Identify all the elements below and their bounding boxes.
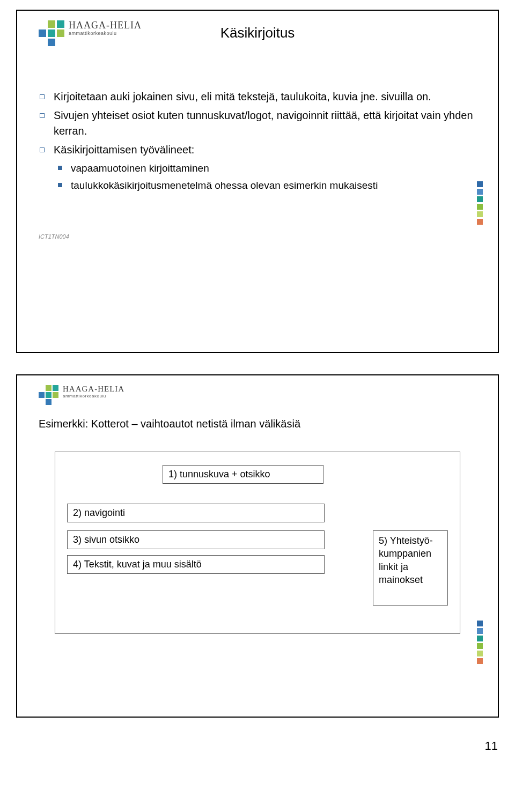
logo: HAAGA-HELIA ammattikorkeakoulu <box>39 385 476 405</box>
slide-title: Käsikirjoitus <box>220 25 295 41</box>
bullet-item: Kirjoitetaan auki jokainen sivu, eli mit… <box>39 89 476 105</box>
wireframe: 1) tunnuskuva + otsikko 2) navigointi 3)… <box>55 452 460 634</box>
logo-name: HAAGA-HELIA <box>69 20 142 30</box>
logo-sub: ammattikorkeakoulu <box>63 394 124 398</box>
page-number: 11 <box>15 739 500 753</box>
slide-1: HAAGA-HELIA ammattikorkeakoulu Käsikirjo… <box>16 10 499 353</box>
sub-bullet-item: vapaamuotoinen kirjoittaminen <box>39 161 476 176</box>
wireframe-box-side: 5) Yhteistyö­kumppa­nien linkit ja maino… <box>373 530 448 606</box>
wireframe-box-top: 1) tunnuskuva + otsikko <box>163 465 323 484</box>
logo-name: HAAGA-HELIA <box>63 385 124 393</box>
logo-icon <box>39 20 64 46</box>
logo-sub: ammattikorkeakoulu <box>69 31 142 36</box>
sub-bullet-item: taulukkokäsikirjoitusmenetelmä ohessa ol… <box>39 178 476 193</box>
example-title: Esimerkki: Kotterot – vaihtoautot netist… <box>39 418 476 430</box>
bullet-item: Sivujen yhteiset osiot kuten tunnuskuvat… <box>39 108 476 139</box>
decorative-squares-icon <box>477 621 483 664</box>
bullet-list: Kirjoitetaan auki jokainen sivu, eli mit… <box>39 89 476 193</box>
decorative-squares-icon <box>477 181 483 225</box>
logo-icon <box>39 385 58 405</box>
bullet-item: Käsikirjoittamisen työvälineet: <box>39 142 476 158</box>
wireframe-box-h3: 3) sivun otsikko <box>67 530 325 549</box>
wireframe-box-nav: 2) navigointi <box>67 504 325 522</box>
footer-code: ICT1TN004 <box>39 233 69 240</box>
slide-2: HAAGA-HELIA ammattikorkeakoulu Esimerkki… <box>16 374 499 718</box>
wireframe-box-body: 4) Tekstit, kuvat ja muu sisältö <box>67 555 325 574</box>
